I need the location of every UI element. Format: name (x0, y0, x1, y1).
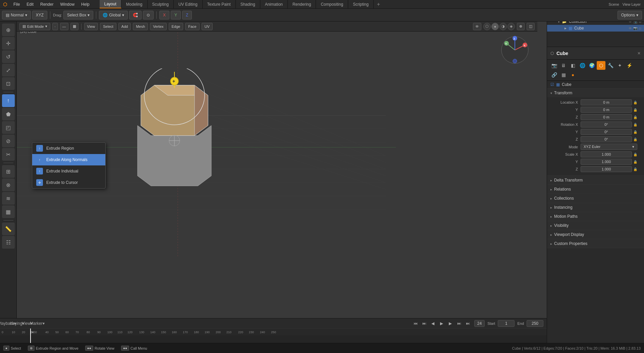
add-cube-tool-btn[interactable]: ☷ (2, 236, 15, 249)
instancing-header[interactable]: ▸ Instancing (547, 203, 644, 212)
edit-mode-dropdown[interactable]: ▤ Edit Mode ▾ (19, 23, 50, 30)
vertex-menu[interactable]: Vertex (150, 23, 166, 30)
transform-dropdown[interactable]: 🌐 Global ▾ (99, 11, 128, 19)
select-box-button[interactable]: Select Box ▾ (63, 11, 93, 19)
cube-eye-icon[interactable]: 👁 (629, 27, 632, 30)
rotation-x-lock[interactable]: 🔒 (633, 123, 637, 127)
location-x-value[interactable]: 0 m (581, 99, 632, 105)
start-frame-input[interactable]: 1 (498, 320, 515, 327)
tab-uv-editing[interactable]: UV Editing (174, 0, 203, 8)
constraints-props-icon[interactable]: 🔗 (550, 70, 558, 79)
inset-tool-btn[interactable]: ⬟ (2, 108, 15, 120)
menu-item-extrude-individual[interactable]: ↑ Extrude Individual (32, 165, 105, 177)
edge-menu[interactable]: Edge (169, 23, 183, 30)
world-props-icon[interactable]: 🌍 (587, 61, 596, 70)
menu-item-extrude-region[interactable]: ↑ Extrude Region (32, 143, 105, 154)
step-forward-btn[interactable]: ▶ (447, 320, 454, 327)
location-z-value[interactable]: 0 m (581, 114, 632, 120)
view-menu[interactable]: View (84, 23, 98, 30)
tab-layout[interactable]: Layout (100, 0, 121, 8)
tab-compositing[interactable]: Compositing (316, 0, 348, 8)
viewport-camera-btn[interactable]: 👁 (473, 23, 481, 30)
visibility-header[interactable]: ▸ Visibility (547, 221, 644, 230)
jump-back-btn[interactable]: ⏭ (421, 320, 428, 327)
object-data-props-icon[interactable]: ▦ (559, 70, 568, 79)
motion-paths-header[interactable]: ▸ Motion Paths (547, 212, 644, 221)
select-menu[interactable]: Select (100, 23, 116, 30)
rotation-z-value[interactable]: 0° (581, 136, 632, 142)
menu-item-extrude-normals[interactable]: ↑ Extrude Along Normals (32, 154, 105, 165)
wireframe-shading-btn[interactable]: ⬡ (483, 23, 491, 30)
menu-edit[interactable]: Edit (23, 0, 37, 8)
viewport-3d[interactable]: User Perspective (24) Cube (17, 21, 547, 343)
jump-end-btn[interactable]: ⏭ (464, 320, 472, 327)
cube-sub-checkbox[interactable]: ☑ (550, 82, 554, 87)
view-layer-props-icon[interactable]: ◧ (569, 61, 577, 70)
location-z-lock[interactable]: 🔒 (633, 115, 637, 119)
transform-header[interactable]: ▾ Transform (547, 89, 644, 97)
options-button[interactable]: Options ▾ (618, 11, 642, 19)
output-props-icon[interactable]: 🖥 (559, 61, 568, 70)
tab-rendering[interactable]: Rendering (288, 0, 316, 8)
end-frame-input[interactable]: 250 (527, 320, 543, 327)
menu-help[interactable]: Help (78, 0, 93, 8)
scale-y-value[interactable]: 1.000 (581, 159, 632, 165)
cube-select-icon[interactable]: ⊙ (639, 27, 641, 30)
scale-tool-btn[interactable]: ⤢ (2, 64, 15, 77)
scale-z-lock[interactable]: 🔒 (633, 167, 637, 171)
material-shading-btn[interactable]: ◑ (499, 23, 507, 30)
scale-x-lock[interactable]: 🔒 (633, 153, 637, 156)
menu-window[interactable]: Window (57, 0, 78, 8)
face-mode-btn[interactable]: ▦ (70, 23, 78, 30)
tab-texture-paint[interactable]: Texture Paint (203, 0, 236, 8)
render-props-icon[interactable]: 📷 (550, 61, 558, 70)
relations-header[interactable]: ▸ Relations (547, 185, 644, 194)
collections-header[interactable]: ▸ Collections (547, 194, 644, 203)
tab-add-button[interactable]: + (374, 1, 383, 7)
snap-button[interactable]: 🧲 (129, 11, 142, 19)
x-axis-lock[interactable]: X (159, 11, 169, 19)
rotation-y-lock[interactable]: 🔒 (633, 130, 637, 134)
viewport-overlay-btn[interactable]: ⊕ (517, 23, 525, 30)
location-x-lock[interactable]: 🔒 (633, 101, 637, 104)
mode-selector[interactable]: ▤ Normal ▾ (2, 11, 31, 19)
tab-modeling[interactable]: Modeling (121, 0, 148, 8)
scale-y-lock[interactable]: 🔒 (633, 160, 637, 164)
menu-item-extrude-cursor[interactable]: ✛ Extrude to Cursor (32, 177, 105, 188)
edge-slide-tool-btn[interactable]: ▦ (2, 205, 15, 218)
xyz-button[interactable]: XYZ (32, 11, 47, 19)
smooth-tool-btn[interactable]: ≋ (2, 192, 15, 205)
physics-props-icon[interactable]: ⚡ (625, 61, 634, 70)
marker-menu[interactable]: Marker ▾ (34, 320, 41, 327)
face-menu[interactable]: Face (185, 23, 199, 30)
modifier-props-icon[interactable]: 🔧 (606, 61, 615, 70)
z-axis-lock[interactable]: Z (182, 11, 192, 19)
move-tool-btn[interactable]: ✛ (2, 37, 15, 50)
location-y-value[interactable]: 0 m (581, 107, 632, 113)
scale-x-value[interactable]: 1.000 (581, 151, 632, 157)
rotation-z-lock[interactable]: 🔒 (633, 138, 637, 141)
menu-file[interactable]: File (10, 0, 23, 8)
uv-menu[interactable]: UV (202, 23, 213, 30)
edge-mode-btn[interactable]: — (60, 23, 68, 30)
particles-props-icon[interactable]: ✦ (615, 61, 624, 70)
transform-tool-btn[interactable]: ⊡ (2, 77, 15, 90)
add-menu[interactable]: Add (118, 23, 131, 30)
solid-shading-btn[interactable]: ● (491, 23, 499, 30)
play-pause-btn[interactable]: ▶ (438, 320, 445, 327)
proportional-edit-button[interactable]: ⊙ (143, 11, 154, 19)
loop-cut-tool-btn[interactable]: ⊘ (2, 135, 15, 147)
viewport-display-header[interactable]: ▸ Viewport Display (547, 230, 644, 239)
bevel-tool-btn[interactable]: ◰ (2, 121, 15, 134)
tab-shading[interactable]: Shading (236, 0, 260, 8)
rotation-y-value[interactable]: 0° (581, 129, 632, 135)
rotation-x-value[interactable]: 0° (581, 121, 632, 128)
prop-header-close[interactable]: ✕ (637, 51, 641, 56)
object-props-icon[interactable]: ⬡ (597, 61, 605, 70)
cursor-tool-btn[interactable]: ⊕ (2, 23, 15, 36)
xray-btn[interactable]: ◫ (527, 23, 535, 30)
delta-transform-header[interactable]: ▸ Delta Transform (547, 176, 644, 185)
extrude-tool-btn[interactable]: ↑ (2, 94, 15, 107)
tab-sculpting[interactable]: Sculpting (148, 0, 174, 8)
tab-animation[interactable]: Animation (260, 0, 288, 8)
